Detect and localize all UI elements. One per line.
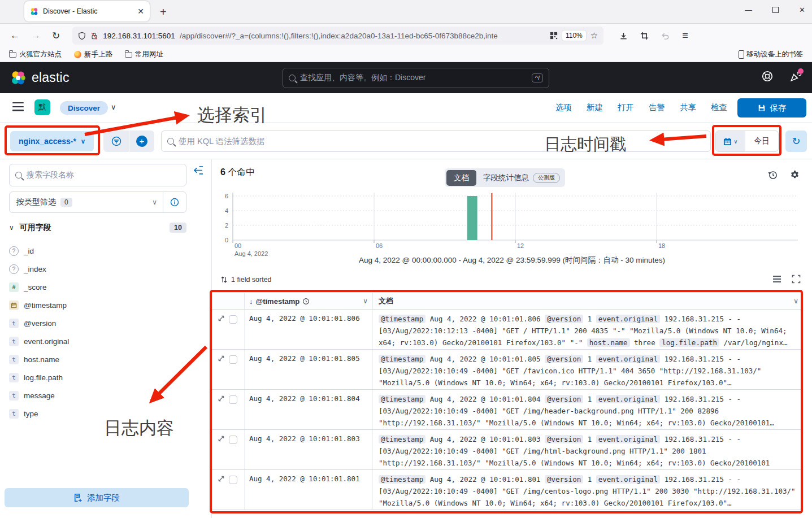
news-feed-icon[interactable] bbox=[789, 70, 802, 82]
add-filter-button[interactable]: + bbox=[129, 130, 154, 152]
gear-icon[interactable] bbox=[790, 170, 800, 180]
add-field-button[interactable]: 添加字段 bbox=[5, 488, 189, 507]
cell-timestamp[interactable]: Aug 4, 2022 @ 10:01:01.805 bbox=[245, 350, 373, 389]
date-picker-quick-menu[interactable]: ∨ bbox=[716, 131, 745, 151]
tab-documents[interactable]: 文档 bbox=[446, 170, 476, 186]
field-item-type[interactable]: ttype bbox=[9, 404, 196, 423]
chevron-down-icon[interactable]: ∨ bbox=[363, 297, 368, 305]
nav-menu-item[interactable]: 打开 bbox=[618, 102, 634, 113]
forward-icon[interactable]: → bbox=[31, 30, 41, 42]
bookmark-item[interactable]: 常用网址 bbox=[125, 50, 163, 59]
chevron-down-icon[interactable]: ∨ bbox=[793, 297, 798, 305]
field-info-button[interactable] bbox=[163, 198, 186, 207]
save-button[interactable]: 保存 bbox=[737, 98, 806, 117]
row-checkbox[interactable] bbox=[229, 355, 237, 364]
screenshot-tool-icon[interactable] bbox=[640, 32, 649, 40]
display-options-icon[interactable] bbox=[772, 275, 781, 284]
window-minimize-icon[interactable]: — bbox=[745, 6, 752, 14]
url-bar[interactable]: 192.168.31.101:5601/app/discover#/?_a=(c… bbox=[72, 27, 603, 45]
nav-menu-item[interactable]: 检查 bbox=[711, 102, 727, 113]
row-checkbox[interactable] bbox=[229, 315, 237, 324]
expand-row-icon[interactable] bbox=[218, 355, 225, 362]
cell-timestamp[interactable]: Aug 4, 2022 @ 10:01:01.806 bbox=[245, 310, 373, 349]
filters-button[interactable] bbox=[103, 130, 129, 152]
undo-icon[interactable] bbox=[661, 32, 670, 40]
inspect-history-icon[interactable] bbox=[768, 170, 778, 180]
mobile-bookmarks[interactable]: 移动设备上的书签 bbox=[739, 50, 803, 59]
zoom-level-badge[interactable]: 110% bbox=[562, 31, 586, 41]
row-checkbox[interactable] bbox=[229, 436, 237, 444]
field-item-_index[interactable]: ?_index bbox=[9, 260, 196, 278]
filter-by-type-dropdown[interactable]: 按类型筛选 0 ∨ bbox=[9, 191, 186, 213]
table-row: Aug 4, 2022 @ 10:01:01.806@timestamp Aug… bbox=[212, 310, 803, 350]
new-tab-button[interactable]: + bbox=[160, 6, 167, 19]
window-maximize-icon[interactable] bbox=[772, 7, 779, 13]
field-item-_score[interactable]: #_score bbox=[9, 278, 196, 296]
beta-badge: 公测版 bbox=[533, 173, 560, 183]
expand-row-icon[interactable] bbox=[218, 435, 225, 442]
nav-hamburger-icon[interactable] bbox=[12, 102, 24, 111]
refresh-button[interactable]: ↻ bbox=[785, 130, 807, 152]
menu-icon[interactable]: ≡ bbox=[682, 30, 688, 42]
tab-field-statistics[interactable]: 字段统计信息 公测版 bbox=[477, 170, 563, 186]
browser-toolbar: ← → ↻ 192.168.31.101:5601/app/discover#/… bbox=[0, 24, 812, 47]
insecure-lock-icon[interactable] bbox=[90, 32, 98, 40]
nav-menu-item[interactable]: 新建 bbox=[587, 102, 603, 113]
bookmark-item[interactable]: 火狐官方站点 bbox=[9, 50, 62, 59]
fullscreen-icon[interactable] bbox=[792, 275, 801, 284]
cell-timestamp[interactable]: Aug 4, 2022 @ 10:01:01.804 bbox=[245, 390, 373, 429]
field-item-log.file.path[interactable]: tlog.file.path bbox=[9, 368, 196, 386]
field-item-_id[interactable]: ?_id bbox=[9, 242, 196, 260]
cell-document[interactable]: @timestamp Aug 4, 2022 @ 10:01:01.804 @v… bbox=[373, 390, 803, 429]
kql-search-input[interactable]: 使用 KQL 语法筛选数据 bbox=[161, 130, 711, 152]
date-range-label[interactable]: 今日 bbox=[745, 131, 778, 151]
reload-icon[interactable]: ↻ bbox=[52, 30, 60, 42]
expand-row-icon[interactable] bbox=[218, 315, 225, 322]
sort-icon bbox=[220, 276, 228, 284]
field-item-@version[interactable]: t@version bbox=[9, 314, 196, 332]
date-picker[interactable]: ∨ 今日 bbox=[715, 130, 779, 152]
column-header-timestamp[interactable]: ↓ @timestamp ∨ bbox=[245, 293, 373, 309]
expand-row-icon[interactable] bbox=[218, 395, 225, 402]
browser-tab[interactable]: Discover - Elastic ✕ bbox=[24, 1, 150, 21]
row-checkbox[interactable] bbox=[229, 476, 237, 484]
nav-menu: 选项新建打开告警共享检查 bbox=[555, 102, 727, 113]
available-fields-header[interactable]: ∨ 可用字段 10 bbox=[9, 223, 186, 233]
collapse-sidebar-icon[interactable] bbox=[194, 166, 203, 175]
shield-icon[interactable] bbox=[78, 32, 86, 40]
space-avatar[interactable]: 默 bbox=[34, 99, 50, 115]
help-icon[interactable] bbox=[761, 70, 774, 82]
field-item-@timestamp[interactable]: @timestamp bbox=[9, 296, 196, 314]
search-icon bbox=[167, 138, 174, 145]
field-item-host.name[interactable]: thost.name bbox=[9, 350, 196, 368]
tab-close-icon[interactable]: ✕ bbox=[137, 7, 144, 16]
cell-document[interactable]: @timestamp Aug 4, 2022 @ 10:01:01.801 @v… bbox=[373, 470, 803, 510]
global-search-input[interactable]: 查找应用、内容等。例如：Discover ^/ bbox=[283, 68, 549, 88]
elastic-logo[interactable]: elastic bbox=[10, 70, 70, 86]
table-header-row: ↓ @timestamp ∨ 文档 ∨ bbox=[212, 293, 803, 310]
window-close-icon[interactable]: ✕ bbox=[799, 6, 805, 14]
nav-menu-item[interactable]: 共享 bbox=[680, 102, 696, 113]
cell-document[interactable]: @timestamp Aug 4, 2022 @ 10:01:01.805 @v… bbox=[373, 350, 803, 389]
field-item-event.original[interactable]: tevent.original bbox=[9, 332, 196, 350]
cell-timestamp[interactable]: Aug 4, 2022 @ 10:01:01.801 bbox=[245, 470, 373, 510]
downloads-icon[interactable] bbox=[619, 32, 628, 40]
field-item-message[interactable]: tmessage bbox=[9, 386, 196, 404]
back-icon[interactable]: ← bbox=[10, 30, 20, 42]
cell-document[interactable]: @timestamp Aug 4, 2022 @ 10:01:01.806 @v… bbox=[373, 310, 803, 349]
chevron-down-icon[interactable]: ∨ bbox=[111, 103, 116, 111]
cell-timestamp[interactable]: Aug 4, 2022 @ 10:01:01.803 bbox=[245, 430, 373, 469]
expand-row-icon[interactable] bbox=[218, 475, 225, 482]
bookmark-star-icon[interactable]: ☆ bbox=[590, 31, 598, 41]
qr-code-icon[interactable] bbox=[550, 32, 558, 40]
bookmark-item[interactable]: 新手上路 bbox=[74, 50, 112, 59]
breadcrumb[interactable]: Discover bbox=[60, 101, 108, 115]
column-header-document[interactable]: 文档 ∨ bbox=[373, 293, 803, 309]
sort-fields-button[interactable]: 1 field sorted bbox=[220, 276, 272, 284]
row-checkbox[interactable] bbox=[229, 395, 237, 404]
index-pattern-selector[interactable]: nginx_access-* ∨ bbox=[10, 131, 94, 151]
field-search-input[interactable]: 搜索字段名称 bbox=[9, 164, 186, 186]
nav-menu-item[interactable]: 告警 bbox=[649, 102, 665, 113]
cell-document[interactable]: @timestamp Aug 4, 2022 @ 10:01:01.803 @v… bbox=[373, 430, 803, 469]
nav-menu-item[interactable]: 选项 bbox=[555, 102, 572, 113]
